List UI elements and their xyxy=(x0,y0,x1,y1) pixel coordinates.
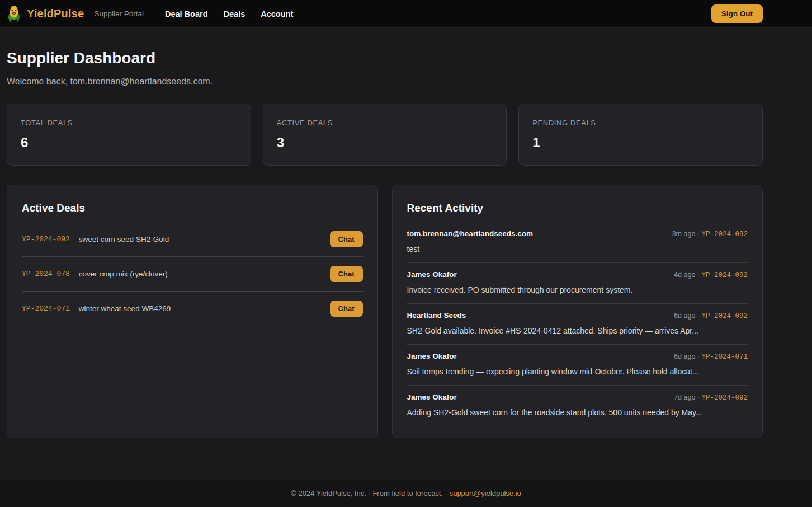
deal-title: winter wheat seed WB4269 xyxy=(79,304,171,313)
support-email-link[interactable]: support@yieldpulse.io xyxy=(450,489,521,497)
meta-separator: · xyxy=(697,393,700,401)
brand-name: YieldPulse xyxy=(27,7,84,20)
top-nav-bar: YieldPulse Supplier Portal Deal Board De… xyxy=(0,0,812,28)
nav-link-account[interactable]: Account xyxy=(261,10,293,18)
activity-meta: 4d ago · YP-2024-092 xyxy=(674,271,748,279)
activity-deal-id: YP-2024-092 xyxy=(701,231,748,238)
recent-activity-panel: Recent Activity tom.brennan@heartlandsee… xyxy=(392,185,763,438)
activity-author: James Okafor xyxy=(407,393,457,401)
page-footer: © 2024 YieldPulse, Inc. · From field to … xyxy=(0,480,812,507)
activity-author: James Okafor xyxy=(407,352,457,360)
recent-activity-heading: Recent Activity xyxy=(407,202,748,214)
activity-item: James Okafor 6d ago · YP-2024-071 Soil t… xyxy=(407,345,748,386)
activity-item: tom.brennan@heartlandseeds.com 3m ago · … xyxy=(407,222,748,263)
nav-link-deal-board[interactable]: Deal Board xyxy=(165,10,208,18)
meta-separator: · xyxy=(697,271,700,279)
stat-card-total-deals: TOTAL DEALS 6 xyxy=(7,104,251,166)
activity-meta: 3m ago · YP-2024-092 xyxy=(672,230,748,238)
stat-value: 6 xyxy=(21,135,237,151)
welcome-message: Welcome back, tom.brennan@heartlandseeds… xyxy=(7,77,763,87)
main-content: Supplier Dashboard Welcome back, tom.bre… xyxy=(7,28,763,438)
activity-deal-id: YP-2024-092 xyxy=(701,312,748,320)
stat-card-pending-deals: PENDING DEALS 1 xyxy=(518,104,763,166)
brand: YieldPulse xyxy=(7,5,84,23)
stat-card-active-deals: ACTIVE DEALS 3 xyxy=(263,104,507,166)
activity-meta: 7d ago · YP-2024-092 xyxy=(674,393,748,402)
activity-author: Heartland Seeds xyxy=(407,311,466,320)
activity-item: James Okafor 7d ago · YP-2024-092 Adding… xyxy=(407,386,748,426)
portal-label: Supplier Portal xyxy=(94,10,144,18)
activity-message: test xyxy=(407,245,748,254)
footer-copyright: © 2024 YieldPulse, Inc. · From field to … xyxy=(291,489,447,497)
activity-deal-id: YP-2024-092 xyxy=(701,271,748,279)
meta-separator: · xyxy=(697,312,700,320)
activity-item: Heartland Seeds 6d ago · YP-2024-092 SH2… xyxy=(407,304,748,345)
activity-item: James Okafor 4d ago · YP-2024-092 Invoic… xyxy=(407,263,748,304)
deal-id: YP-2024-092 xyxy=(22,235,70,243)
active-deals-panel: Active Deals YP-2024-092 sweet corn seed… xyxy=(7,185,378,438)
activity-time: 3m ago xyxy=(672,230,696,238)
stat-label: ACTIVE DEALS xyxy=(277,119,493,127)
activity-message: Soil temps trending — expecting planting… xyxy=(407,367,748,376)
page-title: Supplier Dashboard xyxy=(7,49,763,67)
deal-row: YP-2024-078 cover crop mix (rye/clover) … xyxy=(22,257,363,292)
activity-time: 6d ago xyxy=(674,353,695,360)
active-deals-heading: Active Deals xyxy=(22,202,363,214)
deal-id: YP-2024-078 xyxy=(22,270,70,278)
nav-links: Deal Board Deals Account xyxy=(165,10,293,18)
meta-separator: · xyxy=(697,353,700,360)
stat-label: TOTAL DEALS xyxy=(21,119,237,127)
deal-title: sweet corn seed SH2-Gold xyxy=(79,235,169,243)
activity-meta: 6d ago · YP-2024-071 xyxy=(674,353,748,361)
activity-time: 6d ago xyxy=(674,312,695,320)
meta-separator: · xyxy=(697,230,700,238)
deal-row: YP-2024-092 sweet corn seed SH2-Gold Cha… xyxy=(22,222,363,257)
chat-button[interactable]: Chat xyxy=(330,266,363,282)
activity-message: Invoice received. PO submitted through o… xyxy=(407,285,748,294)
stats-grid: TOTAL DEALS 6 ACTIVE DEALS 3 PENDING DEA… xyxy=(7,104,763,166)
activity-author: James Okafor xyxy=(407,270,457,279)
activity-deal-id: YP-2024-071 xyxy=(701,353,748,361)
nav-link-deals[interactable]: Deals xyxy=(224,10,246,18)
stat-value: 3 xyxy=(277,135,493,151)
chat-button[interactable]: Chat xyxy=(330,301,363,317)
corn-logo-icon xyxy=(7,5,21,23)
deal-row: YP-2024-071 winter wheat seed WB4269 Cha… xyxy=(22,292,363,326)
chat-button[interactable]: Chat xyxy=(330,231,363,247)
deal-title: cover crop mix (rye/clover) xyxy=(79,270,168,278)
stat-value: 1 xyxy=(532,135,749,151)
activity-message: SH2-Gold available. Invoice #HS-2024-041… xyxy=(407,326,748,335)
activity-message: Adding SH2-Gold sweet corn for the roads… xyxy=(407,408,748,417)
sign-out-button[interactable]: Sign Out xyxy=(711,4,763,23)
deal-id: YP-2024-071 xyxy=(22,304,70,313)
activity-meta: 6d ago · YP-2024-092 xyxy=(674,312,748,320)
activity-deal-id: YP-2024-092 xyxy=(701,394,748,402)
activity-time: 7d ago xyxy=(674,393,695,401)
panels-grid: Active Deals YP-2024-092 sweet corn seed… xyxy=(7,185,763,438)
activity-time: 4d ago xyxy=(674,271,695,279)
activity-author: tom.brennan@heartlandseeds.com xyxy=(407,229,533,238)
stat-label: PENDING DEALS xyxy=(532,119,749,127)
